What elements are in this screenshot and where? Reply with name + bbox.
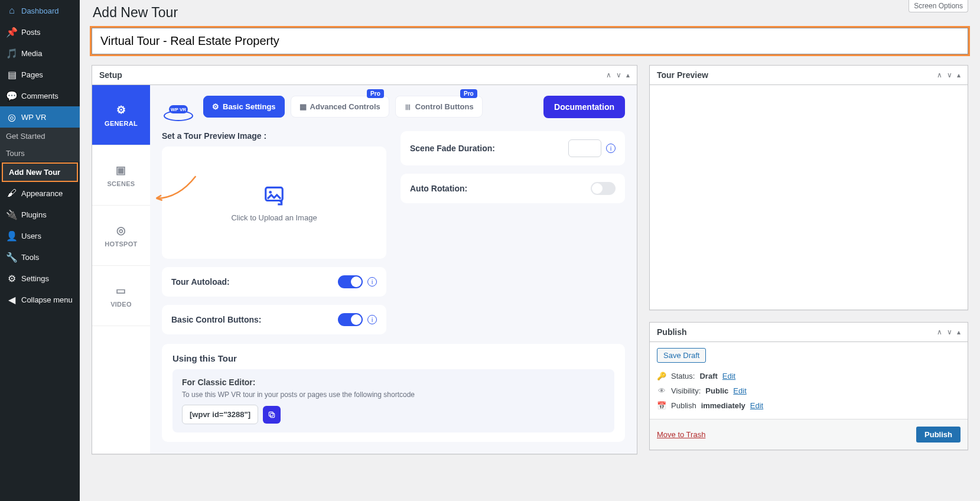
htab-advanced-controls[interactable]: Pro▦Advanced Controls (291, 96, 389, 118)
collapse-icon: ◀ (6, 294, 18, 305)
vtab-hotspot[interactable]: ◎HOTSPOT (92, 206, 150, 266)
toggle-panel-icon[interactable]: ▴ (957, 328, 961, 336)
sidebar-sub-tours[interactable]: Tours (0, 145, 80, 162)
admin-sidebar: ⌂Dashboard 📌Posts 🎵Media ▤Pages 💬Comment… (0, 0, 80, 501)
sidebar-item-dashboard[interactable]: ⌂Dashboard (0, 0, 80, 21)
visibility-value: Public (705, 386, 728, 395)
brush-icon: 🖌 (6, 187, 18, 199)
key-icon: 🔑 (657, 372, 666, 380)
tour-preview-heading: Tour Preview (657, 70, 708, 80)
sidebar-item-settings[interactable]: ⚙Settings (0, 268, 80, 289)
edit-status-link[interactable]: Edit (722, 372, 735, 380)
video-icon: ▭ (116, 284, 126, 297)
user-icon: 👤 (6, 230, 18, 242)
sidebar-sub-get-started[interactable]: Get Started (0, 128, 80, 145)
media-icon: 🎵 (6, 47, 18, 59)
image-icon: ▣ (116, 164, 126, 177)
sliders-icon: ⫼ (404, 102, 412, 111)
plug-icon: 🔌 (6, 209, 18, 220)
comment-icon: 💬 (6, 90, 18, 102)
publish-postbox: Publish ∧ ∨ ▴ Save Draft 🔑 Status: Draft (649, 322, 968, 450)
vtab-general[interactable]: ⚙GENERAL (92, 85, 150, 145)
target-icon: ◎ (116, 224, 126, 237)
publish-label: Publish (671, 401, 696, 410)
basic-control-label: Basic Control Buttons: (171, 315, 261, 324)
tour-autoload-label: Tour Autoload: (171, 277, 230, 287)
sidebar-item-wpvr[interactable]: ◎WP VR (0, 106, 80, 128)
sidebar-item-pages[interactable]: ▤Pages (0, 64, 80, 85)
auto-rotation-toggle[interactable] (591, 182, 616, 195)
move-up-icon[interactable]: ∧ (937, 328, 942, 336)
basic-control-toggle[interactable] (338, 313, 363, 326)
tour-preview-canvas (650, 85, 968, 310)
move-down-icon[interactable]: ∨ (616, 71, 621, 79)
publish-button[interactable]: Publish (916, 427, 961, 443)
page-title: Add New Tour (93, 5, 968, 21)
wrench-icon: 🔧 (6, 251, 18, 263)
edit-visibility-link[interactable]: Edit (733, 386, 746, 395)
info-icon[interactable]: i (367, 277, 377, 287)
wpvr-icon: ◎ (6, 111, 18, 123)
setup-postbox: Setup ∧ ∨ ▴ ⚙GENERAL ▣SCENES ◎HOTS (92, 65, 637, 454)
setup-heading: Setup (99, 70, 122, 80)
scene-fade-label: Scene Fade Duration: (410, 144, 495, 153)
sidebar-item-appearance[interactable]: 🖌Appearance (0, 183, 80, 204)
svg-point-4 (269, 190, 272, 193)
vtab-scenes[interactable]: ▣SCENES (92, 145, 150, 206)
htab-control-buttons[interactable]: Pro⫼Control Buttons (395, 96, 483, 118)
tour-title-input[interactable] (92, 28, 968, 54)
shortcode-text: [wpvr id="3288"] (182, 405, 258, 424)
pro-badge: Pro (367, 89, 384, 98)
visibility-label: Visibility: (671, 386, 701, 395)
scene-fade-input[interactable] (568, 139, 601, 157)
sidebar-item-posts[interactable]: 📌Posts (0, 21, 80, 43)
status-label: Status: (671, 372, 695, 380)
sidebar-sub-add-new-tour[interactable]: Add New Tour (2, 162, 78, 182)
pro-badge: Pro (460, 89, 477, 98)
classic-editor-desc: To use this WP VR tour in your posts or … (182, 391, 605, 399)
gear-icon: ⚙ (116, 103, 126, 116)
pin-icon: 📌 (6, 26, 18, 38)
toggle-panel-icon[interactable]: ▴ (626, 71, 630, 79)
using-tour-title: Using this Tour (172, 353, 614, 363)
dashboard-icon: ⌂ (6, 5, 18, 17)
toggle-panel-icon[interactable]: ▴ (957, 71, 961, 79)
publish-value: immediately (701, 401, 745, 410)
sidebar-item-comments[interactable]: 💬Comments (0, 85, 80, 106)
info-icon[interactable]: i (367, 315, 377, 324)
move-down-icon[interactable]: ∨ (947, 328, 952, 336)
move-down-icon[interactable]: ∨ (947, 71, 952, 79)
tour-preview-postbox: Tour Preview ∧ ∨ ▴ (649, 65, 968, 310)
sidebar-item-collapse[interactable]: ◀Collapse menu (0, 289, 80, 310)
save-draft-button[interactable]: Save Draft (657, 348, 706, 363)
vtab-video[interactable]: ▭VIDEO (92, 266, 150, 326)
sliders-icon: ⚙ (6, 272, 18, 284)
edit-publish-link[interactable]: Edit (750, 401, 763, 410)
sidebar-item-tools[interactable]: 🔧Tools (0, 246, 80, 268)
documentation-button[interactable]: Documentation (543, 96, 625, 118)
svg-rect-5 (271, 413, 275, 417)
sidebar-item-users[interactable]: 👤Users (0, 225, 80, 246)
eye-icon: 👁 (657, 386, 666, 395)
copy-shortcode-button[interactable] (263, 406, 281, 424)
move-up-icon[interactable]: ∧ (937, 71, 942, 79)
screen-options-tab[interactable]: Screen Options (909, 0, 968, 12)
move-to-trash-link[interactable]: Move to Trash (657, 430, 705, 439)
calendar-icon: 📅 (657, 401, 666, 410)
classic-editor-title: For Classic Editor: (182, 378, 605, 387)
preview-image-label: Set a Tour Preview Image : (162, 131, 386, 141)
page-icon: ▤ (6, 69, 18, 80)
upload-text: Click to Upload an Image (231, 213, 317, 222)
auto-rotation-label: Auto Rotation: (410, 184, 467, 193)
upload-preview-image[interactable]: Click to Upload an Image (162, 147, 386, 259)
upload-image-icon (263, 184, 285, 206)
move-up-icon[interactable]: ∧ (606, 71, 611, 79)
sidebar-item-plugins[interactable]: 🔌Plugins (0, 204, 80, 225)
status-value: Draft (699, 372, 717, 380)
sidebar-item-media[interactable]: 🎵Media (0, 43, 80, 64)
info-icon[interactable]: i (606, 144, 616, 153)
svg-rect-6 (269, 412, 273, 416)
copy-icon (268, 411, 276, 419)
htab-basic-settings[interactable]: ⚙Basic Settings (203, 96, 285, 118)
tour-autoload-toggle[interactable] (338, 275, 363, 288)
